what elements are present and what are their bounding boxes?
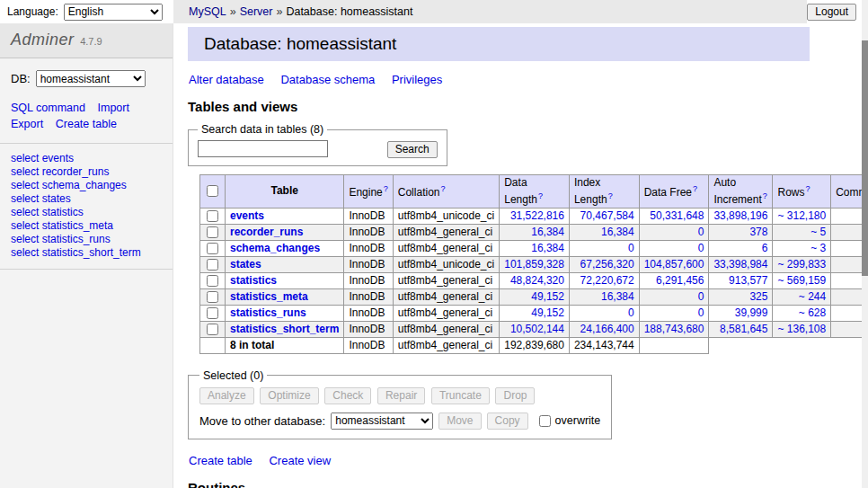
sidebar-link-create-table[interactable]: Create table	[56, 117, 117, 132]
row-checkbox[interactable]	[207, 307, 218, 319]
row-checkbox[interactable]	[207, 243, 218, 254]
auto-increment-link[interactable]: 913,577	[729, 274, 767, 287]
sidebar-item-select-statistics[interactable]: select statistics	[11, 206, 162, 219]
row-checkbox[interactable]	[207, 210, 218, 222]
rows-count-link[interactable]: ~ 628	[799, 306, 826, 319]
help-link[interactable]: ?	[384, 184, 388, 193]
data-free-link[interactable]: 0	[698, 290, 704, 303]
privileges-link[interactable]: Privileges	[392, 73, 442, 86]
sidebar-item-select-states[interactable]: select states	[11, 192, 162, 206]
sidebar-item-select-recorder-runs[interactable]: select recorder_runs	[11, 165, 162, 179]
rows-count-link[interactable]: ~ 3	[810, 242, 826, 254]
select-all-checkbox[interactable]	[207, 185, 218, 197]
data-length-link[interactable]: 101,859,328	[504, 258, 564, 271]
data-free-link[interactable]: 0	[698, 226, 704, 238]
rows-count-link[interactable]: ~ 5	[810, 226, 826, 238]
logout-button[interactable]: Logout	[807, 4, 856, 21]
auto-increment-cell: 325	[709, 288, 773, 305]
sidebar-link-import[interactable]: Import	[98, 101, 129, 116]
table-name-link[interactable]: schema_changes	[230, 242, 320, 254]
auto-increment-link[interactable]: 39,999	[735, 306, 768, 319]
sidebar-item-select-statistics-runs[interactable]: select statistics_runs	[11, 233, 162, 246]
row-checkbox[interactable]	[207, 291, 218, 303]
auto-increment-link[interactable]: 33,398,984	[713, 258, 767, 271]
data-length-link[interactable]: 10,502,144	[510, 323, 564, 335]
db-select[interactable]: homeassistant	[36, 70, 146, 87]
database-schema-link[interactable]: Database schema	[280, 73, 375, 86]
scrollbar[interactable]	[862, 0, 868, 488]
table-name-link[interactable]: statistics_meta	[230, 290, 308, 303]
rows-count-link[interactable]: ~ 312,180	[777, 209, 826, 222]
table-name-link[interactable]: events	[230, 209, 264, 222]
search-button[interactable]: Search	[387, 141, 438, 158]
index-length-link[interactable]: 0	[628, 242, 634, 254]
data-length-cell: 31,522,816	[500, 208, 570, 224]
auto-increment-link[interactable]: 8,581,645	[720, 323, 767, 335]
create-view-link[interactable]: Create view	[269, 454, 331, 467]
data-length-link[interactable]: 31,522,816	[510, 209, 564, 222]
table-name-link[interactable]: states	[230, 258, 261, 271]
rows-count-link[interactable]: ~ 299,833	[777, 258, 826, 271]
help-link[interactable]: ?	[805, 184, 810, 193]
auto-increment-cell: 378	[709, 224, 773, 240]
row-checkbox[interactable]	[207, 324, 218, 335]
table-name-link[interactable]: recorder_runs	[230, 226, 303, 238]
auto-increment-link[interactable]: 378	[749, 226, 767, 238]
breadcrumb-link-server[interactable]: Server	[240, 5, 273, 18]
total-engine-cell: InnoDB	[344, 337, 393, 353]
help-link[interactable]: ?	[608, 191, 613, 200]
row-checkbox[interactable]	[207, 275, 218, 287]
data-free-link[interactable]: 188,743,680	[644, 323, 704, 335]
data-free-link[interactable]: 50,331,648	[650, 209, 704, 222]
data-length-link[interactable]: 16,384	[531, 226, 564, 238]
data-free-link[interactable]: 6,291,456	[656, 274, 704, 287]
data-free-cell: 104,857,600	[639, 256, 709, 272]
scrollbar-thumb[interactable]	[862, 40, 868, 276]
create-table-link[interactable]: Create table	[189, 454, 252, 467]
table-name-link[interactable]: statistics	[230, 274, 277, 287]
row-checkbox[interactable]	[207, 259, 218, 271]
table-name-link[interactable]: statistics_runs	[230, 306, 306, 319]
index-length-link[interactable]: 70,467,584	[580, 209, 634, 222]
index-length-link[interactable]: 16,384	[601, 226, 634, 238]
row-checkbox[interactable]	[207, 226, 218, 238]
help-link[interactable]: ?	[763, 191, 767, 200]
help-link[interactable]: ?	[538, 191, 543, 200]
overwrite-checkbox[interactable]	[539, 415, 551, 427]
move-db-select[interactable]: homeassistant	[331, 413, 433, 430]
data-free-link[interactable]: 104,857,600	[644, 258, 704, 271]
help-link[interactable]: ?	[693, 184, 697, 193]
breadcrumb-link-mysql[interactable]: MySQL	[189, 5, 226, 18]
rows-count-link[interactable]: ~ 244	[799, 290, 826, 303]
sidebar-item-select-statistics-short-term[interactable]: select statistics_short_term	[11, 246, 162, 260]
index-length-link[interactable]: 72,220,672	[580, 274, 634, 287]
data-free-link[interactable]: 0	[698, 306, 704, 319]
sidebar-item-select-schema-changes[interactable]: select schema_changes	[11, 179, 162, 192]
index-length-link[interactable]: 0	[628, 306, 634, 319]
data-length-link[interactable]: 49,152	[531, 306, 564, 319]
row-checkbox-cell	[200, 321, 226, 337]
selected-legend: Selected (0)	[199, 369, 267, 382]
auto-increment-link[interactable]: 33,898,196	[713, 209, 767, 222]
sidebar-item-select-statistics-meta[interactable]: select statistics_meta	[11, 219, 162, 233]
sidebar-item-select-events[interactable]: select events	[11, 152, 162, 165]
auto-increment-link[interactable]: 6	[762, 242, 768, 254]
sidebar-link-export[interactable]: Export	[11, 117, 43, 132]
index-length-link[interactable]: 16,384	[601, 290, 634, 303]
data-length-link[interactable]: 49,152	[531, 290, 564, 303]
auto-increment-link[interactable]: 325	[749, 290, 767, 303]
data-length-link[interactable]: 48,824,320	[510, 274, 564, 287]
rows-count-link[interactable]: ~ 569,159	[777, 274, 826, 287]
comment-cell	[831, 224, 862, 240]
search-input[interactable]	[198, 140, 328, 157]
language-select[interactable]: English	[64, 4, 163, 21]
sidebar-link-sql-command[interactable]: SQL command	[11, 101, 85, 116]
help-link[interactable]: ?	[440, 184, 445, 193]
alter-database-link[interactable]: Alter database	[189, 73, 264, 86]
table-name-link[interactable]: statistics_short_term	[230, 323, 339, 335]
data-free-link[interactable]: 0	[698, 242, 704, 254]
rows-count-link[interactable]: ~ 136,108	[777, 323, 826, 335]
index-length-link[interactable]: 24,166,400	[580, 323, 634, 335]
index-length-link[interactable]: 67,256,320	[580, 258, 634, 271]
data-length-link[interactable]: 16,384	[531, 242, 564, 254]
